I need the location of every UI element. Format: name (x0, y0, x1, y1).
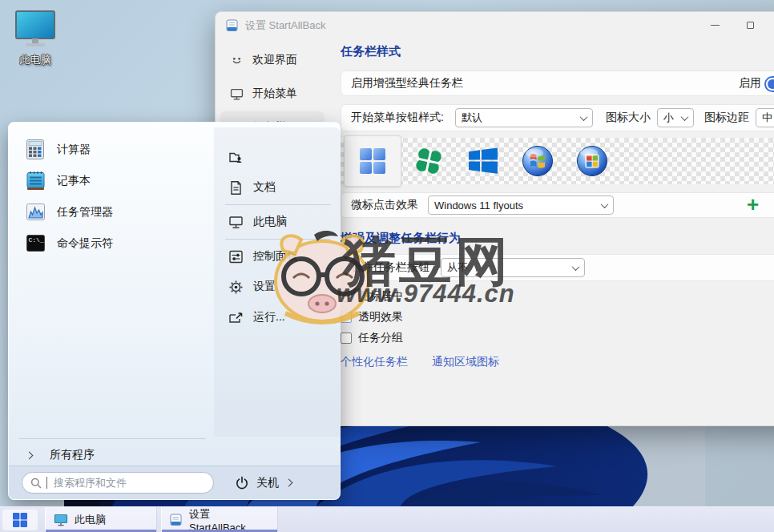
search-box[interactable] (22, 472, 214, 494)
checkbox-center-icons[interactable] (341, 291, 352, 302)
flyout-row: 微标点击效果 Windows 11 flyouts + (341, 192, 774, 218)
taskbar-button-startallback[interactable]: 设置 StartAllBack (161, 507, 278, 532)
checkbox-label: 透明效果 (358, 310, 403, 324)
app-item-command-prompt[interactable]: C:\_ 命令提示符 (18, 228, 211, 259)
desktop: 此电脑 设置 StartAllBack (0, 0, 774, 532)
smiley-icon (230, 54, 244, 67)
taskbar: 此电脑 设置 StartAllBack (0, 506, 774, 532)
checkbox-task-grouping[interactable] (341, 332, 352, 344)
place-item-documents[interactable]: 文档 (214, 172, 341, 203)
taskbar-button-this-pc[interactable]: 此电脑 (45, 507, 157, 532)
orb-option-windows-11[interactable] (344, 135, 401, 187)
run-icon (228, 310, 244, 325)
taskbar-button-label: 此电脑 (75, 513, 106, 527)
orb-option-windows-7-orb[interactable] (510, 138, 565, 184)
power-icon (235, 476, 249, 490)
windows-11-logo-icon (12, 512, 28, 528)
computer-icon (13, 10, 58, 48)
place-item-user-files[interactable] (214, 142, 341, 172)
document-icon (228, 180, 244, 195)
app-item-notepad[interactable]: 记事本 (18, 165, 211, 196)
add-button[interactable]: + (747, 192, 759, 216)
app-item-calculator[interactable]: 计算器 (18, 134, 211, 165)
toggle-label: 启用 (739, 76, 761, 91)
combine-buttons-row: 合并任务栏按钮 从不 (341, 254, 774, 281)
place-item-label: 运行... (253, 310, 285, 324)
minimize-icon[interactable] (697, 12, 732, 38)
start-button-style-select[interactable]: 默认 (455, 108, 593, 127)
checkbox-row-center-icons: 图标居中 (341, 286, 774, 307)
start-menu-footer: 关机 (9, 466, 340, 499)
orb-option-windows-10[interactable] (456, 138, 510, 184)
windows-11-logo-icon (359, 147, 386, 175)
windows-vista-orb-icon (576, 145, 608, 177)
chevron-right-icon (26, 451, 34, 459)
all-programs-button[interactable]: 所有程序 (20, 445, 212, 466)
startallback-icon (226, 19, 239, 32)
svg-text:C:\_: C:\_ (29, 236, 44, 244)
app-item-task-manager[interactable]: 任务管理器 (18, 196, 211, 228)
checkbox-transparency[interactable] (341, 312, 352, 323)
desktop-icon-this-pc[interactable]: 此电脑 (10, 10, 61, 67)
icon-size-label: 图标大小 (606, 111, 651, 125)
app-item-label: 任务管理器 (57, 205, 113, 220)
chevron-down-icon (572, 263, 580, 271)
place-item-control-panel[interactable]: 控制面板 (214, 241, 341, 272)
control-panel-icon (228, 249, 244, 264)
place-item-label: 控制面板 (253, 249, 298, 264)
enable-toggle[interactable] (764, 76, 774, 92)
behavior-section-title: 增强及调整任务栏行为 (341, 231, 774, 246)
maximize-icon[interactable] (732, 12, 768, 38)
checkbox-label: 任务分组 (358, 331, 403, 345)
taskbar-start-button[interactable] (2, 510, 38, 530)
monitor-icon (230, 87, 244, 101)
divider (225, 204, 331, 205)
place-item-run[interactable]: 运行... (214, 302, 341, 332)
checkbox-label: 图标居中 (358, 289, 403, 304)
chevron-down-icon (680, 113, 688, 121)
user-folder-icon (228, 150, 244, 165)
shutdown-button[interactable]: 关机 (235, 476, 292, 490)
notepad-icon (25, 170, 46, 191)
combine-buttons-select[interactable]: 从不 (441, 258, 585, 277)
place-item-this-pc[interactable]: 此电脑 (214, 207, 341, 237)
text-caret (46, 477, 47, 489)
all-programs-label: 所有程序 (50, 448, 95, 462)
place-item-label: 设置 (253, 280, 276, 294)
taskbar-button-label: 设置 StartAllBack (189, 507, 269, 532)
search-input[interactable] (52, 476, 188, 490)
startallback-clover-icon (414, 147, 443, 175)
place-item-label: 文档 (253, 180, 276, 195)
flyout-label: 微标点击效果 (351, 198, 418, 212)
task-manager-icon (25, 201, 46, 223)
chevron-down-icon (601, 200, 609, 208)
icon-margin-label: 图标边距 (704, 111, 749, 125)
orb-option-windows-vista-orb[interactable] (565, 138, 619, 184)
sidebar-item-start-menu[interactable]: 开始菜单 (220, 78, 325, 110)
computer-icon (228, 215, 244, 230)
combine-buttons-label: 合并任务栏按钮 (351, 260, 429, 275)
page-title: 任务栏样式 (341, 44, 774, 59)
link-personalize-taskbar[interactable]: 个性化任务栏 (341, 355, 408, 369)
desktop-icon-label: 此电脑 (20, 53, 51, 67)
calculator-icon (25, 139, 46, 160)
startallback-icon (170, 514, 183, 526)
link-notification-area-icons[interactable]: 通知区域图标 (432, 355, 499, 369)
place-item-label: 此电脑 (253, 215, 287, 229)
computer-icon (54, 513, 68, 527)
checkbox-row-transparency: 透明效果 (341, 307, 774, 328)
windows-10-logo-icon (469, 147, 498, 175)
start-menu: 计算器 记事本 (8, 122, 341, 500)
windows-7-orb-icon (522, 145, 554, 177)
chevron-down-icon (579, 113, 587, 121)
orb-option-clover[interactable] (401, 138, 456, 184)
app-item-label: 命令提示符 (57, 236, 113, 251)
icon-size-select[interactable]: 小 (657, 108, 694, 127)
command-prompt-icon: C:\_ (25, 232, 46, 254)
place-item-settings[interactable]: 设置 (214, 272, 341, 302)
flyout-select[interactable]: Windows 11 flyouts (428, 195, 614, 215)
start-menu-apps: 计算器 记事本 (18, 134, 211, 259)
sidebar-item-welcome[interactable]: 欢迎界面 (220, 44, 325, 76)
icon-margin-select[interactable]: 中 (756, 108, 774, 127)
checkbox-row-task-grouping: 任务分组 (341, 328, 774, 349)
